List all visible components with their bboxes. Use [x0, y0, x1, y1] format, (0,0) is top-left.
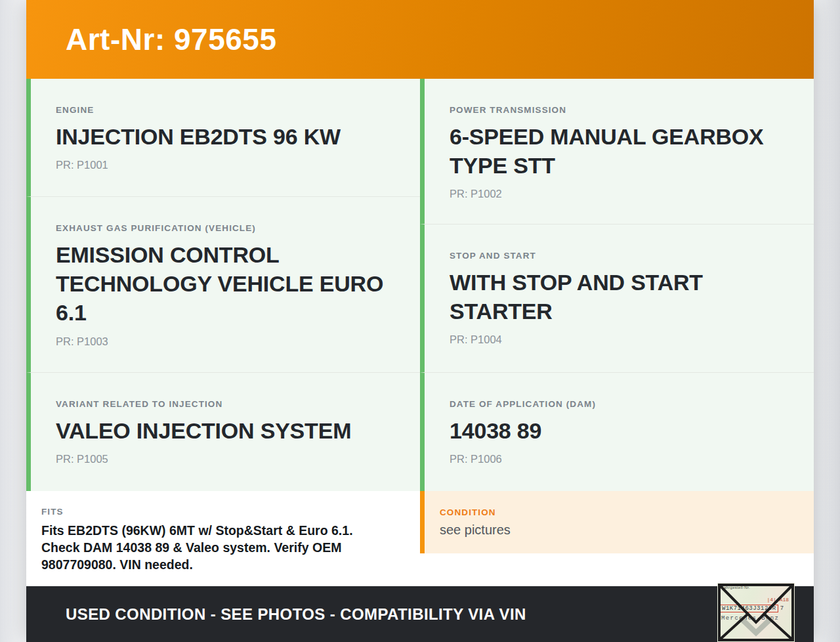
condition-card: CONDITION see pictures: [420, 491, 814, 553]
spec-value: 6-SPEED MANUAL GEARBOX TYPE STT: [450, 122, 791, 180]
spec-label: STOP AND START: [450, 251, 791, 261]
fits-label: FITS: [41, 507, 381, 517]
spec-label: POWER TRANSMISSION: [450, 105, 791, 115]
spec-value: WITH STOP AND START STARTER: [450, 268, 791, 326]
spec-pr-code: PR: P1003: [56, 335, 398, 348]
envelope-overlay-icon: [717, 583, 795, 642]
spec-value: VALEO INJECTION SYSTEM: [56, 416, 398, 445]
condition-label: CONDITION: [440, 507, 814, 517]
listing-page: Art-Nr: 975655 ENGINE INJECTION EB2DTS 9…: [26, 0, 814, 642]
spec-value: EMISSION CONTROL TECHNOLOGY VEHICLE EURO…: [56, 240, 398, 328]
fits-description: Fits EB2DTS (96KW) 6MT w/ Stop&Start & E…: [41, 522, 373, 573]
spec-label: VARIANT RELATED TO INJECTION: [56, 399, 398, 409]
condition-value: see pictures: [440, 523, 814, 538]
spec-pr-code: PR: P1005: [56, 453, 398, 465]
spec-column-left: ENGINE INJECTION EB2DTS 96 KW PR: P1001 …: [26, 79, 420, 586]
spec-card-transmission: POWER TRANSMISSION 6-SPEED MANUAL GEARBO…: [420, 79, 814, 225]
footer-bar: USED CONDITION - SEE PHOTOS - COMPATIBIL…: [26, 586, 814, 642]
spec-pr-code: PR: P1002: [450, 188, 791, 200]
spec-label: EXHAUST GAS PURIFICATION (VEHICLE): [56, 223, 398, 233]
spec-pr-code: PR: P1004: [450, 333, 791, 346]
spec-label: ENGINE: [56, 105, 398, 115]
spec-pr-code: PR: P1006: [450, 453, 791, 465]
spec-column-right: POWER TRANSMISSION 6-SPEED MANUAL GEARBO…: [420, 79, 814, 586]
header-banner: Art-Nr: 975655: [26, 0, 814, 79]
fits-card: FITS Fits EB2DTS (96KW) 6MT w/ Stop&Star…: [26, 491, 420, 586]
spec-card-dam: DATE OF APPLICATION (DAM) 14038 89 PR: P…: [420, 373, 814, 491]
spec-label: DATE OF APPLICATION (DAM): [450, 399, 791, 409]
spec-value: INJECTION EB2DTS 96 KW: [56, 122, 398, 151]
spec-pr-code: PR: P1001: [56, 159, 398, 171]
spec-grid: ENGINE INJECTION EB2DTS 96 KW PR: P1001 …: [26, 79, 814, 586]
spec-card-stop-start: STOP AND START WITH STOP AND START START…: [420, 225, 814, 373]
page-background: Art-Nr: 975655 ENGINE INJECTION EB2DTS 9…: [0, 0, 840, 642]
spec-value: 14038 89: [450, 416, 791, 445]
vin-document-thumbnail: Fahrgestell-Nr. |4| A18 W1K71463J3123R 7…: [717, 583, 795, 642]
spec-card-variant: VARIANT RELATED TO INJECTION VALEO INJEC…: [26, 373, 420, 491]
spec-card-engine: ENGINE INJECTION EB2DTS 96 KW PR: P1001: [26, 79, 420, 197]
footer-notice: USED CONDITION - SEE PHOTOS - COMPATIBIL…: [66, 605, 526, 624]
article-number-title: Art-Nr: 975655: [66, 22, 276, 57]
spec-card-exhaust: EXHAUST GAS PURIFICATION (VEHICLE) EMISS…: [26, 197, 420, 373]
